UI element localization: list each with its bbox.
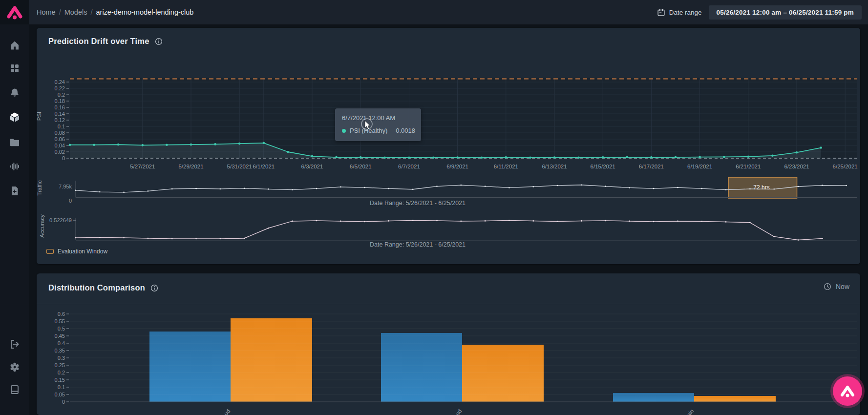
sidebar-item-logout[interactable] <box>9 338 21 350</box>
svg-text:fraud: fraud <box>450 408 463 415</box>
svg-text:0.45: 0.45 <box>55 333 65 339</box>
svg-text:0.16: 0.16 <box>55 104 65 110</box>
card-divider <box>37 304 860 304</box>
arize-logo[interactable] <box>0 0 29 24</box>
svg-text:6/1/2021: 6/1/2021 <box>253 164 275 169</box>
chart-tooltip: 6/7/2021 12:00 AM PSI (Healthy) 0.0018 <box>335 108 421 141</box>
svg-text:0.24: 0.24 <box>55 79 65 85</box>
sidebar-item-new-report[interactable] <box>9 185 21 197</box>
svg-text:0.55: 0.55 <box>55 318 65 324</box>
gear-icon <box>9 361 21 373</box>
svg-text:0.2: 0.2 <box>58 370 65 375</box>
evaluation-window-legend-label: Evaluation Window <box>58 248 107 255</box>
sidebar-item-docs[interactable] <box>9 384 21 395</box>
svg-text:6/23/2021: 6/23/2021 <box>784 164 809 169</box>
svg-text:5/27/2021: 5/27/2021 <box>130 164 155 169</box>
clock-icon <box>823 282 832 291</box>
svg-text:0.25: 0.25 <box>55 362 65 368</box>
svg-text:6/11/2021: 6/11/2021 <box>494 164 518 169</box>
bar-orange-fraud <box>462 345 544 402</box>
svg-text:6/25/2021: 6/25/2021 <box>833 164 858 169</box>
breadcrumb-models[interactable]: Models <box>64 8 87 16</box>
svg-text:0: 0 <box>62 399 65 405</box>
breadcrumb: Home / Models / arize-demo-model-lending… <box>37 0 193 24</box>
svg-text:6/13/2021: 6/13/2021 <box>542 164 567 169</box>
info-icon[interactable] <box>150 284 159 292</box>
svg-text:5/31/2021: 5/31/2021 <box>227 164 252 169</box>
svg-text:0.15: 0.15 <box>55 377 65 383</box>
breadcrumb-home[interactable]: Home <box>37 8 56 16</box>
bar-orange-uncertain <box>694 396 776 402</box>
mouse-cursor <box>360 117 378 135</box>
arize-assistant-fab[interactable] <box>833 376 862 406</box>
top-bar: Home / Models / arize-demo-model-lending… <box>29 0 868 24</box>
svg-text:6/5/2021: 6/5/2021 <box>350 164 372 169</box>
arize-logo-icon <box>839 384 856 398</box>
tooltip-series-dot <box>342 129 346 133</box>
psi-drift-chart[interactable]: 00.020.040.060.080.10.120.140.160.180.20… <box>37 66 860 170</box>
breadcrumb-separator: / <box>59 8 61 16</box>
svg-text:7.95k: 7.95k <box>59 184 72 189</box>
bar-blue-fraud <box>149 332 231 402</box>
breadcrumb-separator: / <box>90 8 92 16</box>
svg-text:0.35: 0.35 <box>55 348 65 353</box>
svg-text:6/9/2021: 6/9/2021 <box>446 164 468 169</box>
svg-text:0.4: 0.4 <box>58 340 65 346</box>
svg-text:0.3: 0.3 <box>58 355 65 361</box>
sidebar-item-dashboards[interactable] <box>9 62 21 74</box>
svg-text:0.522649: 0.522649 <box>49 217 72 223</box>
now-label: Now <box>836 283 849 290</box>
svg-text:6/19/2021: 6/19/2021 <box>687 164 712 169</box>
arize-logo-icon <box>5 4 24 21</box>
evaluation-window-legend: Evaluation Window <box>46 248 107 255</box>
svg-text:0.2: 0.2 <box>58 92 65 98</box>
logout-icon <box>9 338 21 350</box>
audio-wave-icon <box>9 161 21 172</box>
svg-text:6/15/2021: 6/15/2021 <box>591 164 615 169</box>
sidebar-item-monitors[interactable] <box>9 161 21 172</box>
cube-icon <box>9 111 21 123</box>
info-icon[interactable] <box>154 37 163 46</box>
svg-text:0.18: 0.18 <box>55 98 65 104</box>
distribution-comparison-card: Distribution Comparison Now 00.050.10.15… <box>37 273 860 415</box>
svg-text:5/29/2021: 5/29/2021 <box>178 164 203 169</box>
date-range-picker-button[interactable]: 05/26/2021 12:00 am – 06/25/2021 11:59 p… <box>709 5 862 20</box>
file-plus-icon <box>9 185 21 197</box>
bell-icon <box>9 87 21 99</box>
now-selector[interactable]: Now <box>823 282 849 291</box>
svg-text:0.02: 0.02 <box>55 149 65 155</box>
svg-text:0.12: 0.12 <box>55 117 65 123</box>
distribution-bar-chart[interactable]: 00.050.10.150.20.250.30.350.40.450.50.55… <box>37 308 860 415</box>
book-icon <box>9 384 21 395</box>
svg-text:6/7/2021: 6/7/2021 <box>398 164 420 169</box>
evaluation-window-swatch <box>46 249 54 254</box>
svg-text:6/21/2021: 6/21/2021 <box>736 164 761 169</box>
svg-text:6/3/2021: 6/3/2021 <box>301 164 323 169</box>
svg-text:0.05: 0.05 <box>55 392 65 397</box>
svg-text:fraud: fraud <box>219 408 232 415</box>
svg-text:0.14: 0.14 <box>55 111 65 117</box>
svg-text:0.08: 0.08 <box>55 130 65 136</box>
svg-text:0.6: 0.6 <box>58 311 65 317</box>
sidebar-item-home[interactable] <box>9 40 21 51</box>
date-range-label: Date range <box>657 8 702 17</box>
home-icon <box>9 40 21 51</box>
sidebar-item-settings[interactable] <box>9 361 21 373</box>
accuracy-date-range-caption: Date Range: 5/26/2021 - 6/25/2021 <box>37 241 799 248</box>
drift-card-title: Prediction Drift over Time <box>48 37 163 46</box>
traffic-date-range-caption: Date Range: 5/26/2021 - 6/25/2021 <box>37 200 799 207</box>
grid-icon <box>9 62 21 74</box>
svg-text:0.06: 0.06 <box>55 136 65 142</box>
sidebar-item-projects[interactable] <box>9 136 21 148</box>
distribution-card-title: Distribution Comparison <box>48 283 159 292</box>
sidebar-item-models[interactable] <box>9 111 21 123</box>
svg-text:0: 0 <box>62 155 65 161</box>
calendar-icon <box>657 8 665 17</box>
svg-text:6/17/2021: 6/17/2021 <box>639 164 664 169</box>
evaluation-window-duration: 72 hrs <box>727 184 796 191</box>
svg-text:uncertain: uncertain <box>676 408 695 415</box>
svg-text:0.1: 0.1 <box>58 384 65 390</box>
prediction-drift-card: Prediction Drift over Time PSI 00.020.04… <box>37 28 860 264</box>
sidebar-item-alerts[interactable] <box>9 87 21 99</box>
bar-orange-fraud <box>231 318 312 402</box>
